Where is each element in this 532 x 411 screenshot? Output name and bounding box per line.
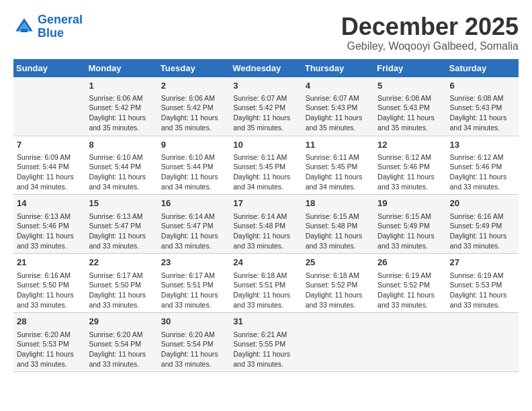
day-number: 12 xyxy=(378,139,443,151)
day-number: 27 xyxy=(450,257,515,269)
week-row-3: 14Sunrise: 6:13 AM Sunset: 5:46 PM Dayli… xyxy=(13,195,519,254)
day-number: 1 xyxy=(89,80,154,92)
day-number: 3 xyxy=(233,80,298,92)
day-number: 4 xyxy=(306,80,371,92)
calendar-cell: 5Sunrise: 6:08 AM Sunset: 5:43 PM Daylig… xyxy=(374,77,446,136)
day-info: Sunrise: 6:18 AM Sunset: 5:52 PM Dayligh… xyxy=(306,271,371,310)
day-info: Sunrise: 6:20 AM Sunset: 5:54 PM Dayligh… xyxy=(89,330,154,369)
calendar-table: SundayMondayTuesdayWednesdayThursdayFrid… xyxy=(13,59,519,373)
weekday-header-sunday: Sunday xyxy=(13,59,85,77)
weekday-header-thursday: Thursday xyxy=(302,59,374,77)
day-info: Sunrise: 6:17 AM Sunset: 5:50 PM Dayligh… xyxy=(89,271,154,310)
calendar-cell: 1Sunrise: 6:06 AM Sunset: 5:42 PM Daylig… xyxy=(85,77,157,136)
logo-line1: General xyxy=(38,13,83,26)
calendar-cell: 12Sunrise: 6:12 AM Sunset: 5:46 PM Dayli… xyxy=(374,136,446,195)
day-info: Sunrise: 6:08 AM Sunset: 5:43 PM Dayligh… xyxy=(450,93,515,133)
day-number: 17 xyxy=(233,197,298,210)
day-info: Sunrise: 6:18 AM Sunset: 5:51 PM Dayligh… xyxy=(233,271,298,310)
week-row-1: 1Sunrise: 6:06 AM Sunset: 5:42 PM Daylig… xyxy=(13,77,519,136)
day-info: Sunrise: 6:12 AM Sunset: 5:46 PM Dayligh… xyxy=(450,152,515,192)
day-info: Sunrise: 6:10 AM Sunset: 5:44 PM Dayligh… xyxy=(89,152,154,192)
day-number: 9 xyxy=(161,139,226,151)
day-info: Sunrise: 6:19 AM Sunset: 5:53 PM Dayligh… xyxy=(450,271,515,310)
day-info: Sunrise: 6:16 AM Sunset: 5:50 PM Dayligh… xyxy=(17,271,82,310)
calendar-cell: 18Sunrise: 6:15 AM Sunset: 5:48 PM Dayli… xyxy=(302,195,374,254)
day-number: 7 xyxy=(17,139,82,151)
day-info: Sunrise: 6:19 AM Sunset: 5:52 PM Dayligh… xyxy=(378,271,443,310)
day-number: 24 xyxy=(233,257,298,269)
day-info: Sunrise: 6:15 AM Sunset: 5:49 PM Dayligh… xyxy=(378,212,443,251)
calendar-cell: 30Sunrise: 6:20 AM Sunset: 5:54 PM Dayli… xyxy=(158,313,230,372)
logo: General Blue xyxy=(13,13,83,40)
day-number: 10 xyxy=(233,139,298,151)
calendar-cell: 10Sunrise: 6:11 AM Sunset: 5:45 PM Dayli… xyxy=(230,136,302,195)
calendar-cell: 27Sunrise: 6:19 AM Sunset: 5:53 PM Dayli… xyxy=(447,254,519,313)
day-info: Sunrise: 6:06 AM Sunset: 5:42 PM Dayligh… xyxy=(89,93,154,133)
calendar-cell: 15Sunrise: 6:13 AM Sunset: 5:47 PM Dayli… xyxy=(85,195,157,254)
calendar-cell: 8Sunrise: 6:10 AM Sunset: 5:44 PM Daylig… xyxy=(85,136,157,195)
day-number: 15 xyxy=(89,197,154,210)
weekday-header-wednesday: Wednesday xyxy=(230,59,302,77)
day-info: Sunrise: 6:13 AM Sunset: 5:46 PM Dayligh… xyxy=(17,212,82,251)
day-info: Sunrise: 6:06 AM Sunset: 5:42 PM Dayligh… xyxy=(161,93,226,133)
day-number: 26 xyxy=(378,257,443,269)
weekday-header-row: SundayMondayTuesdayWednesdayThursdayFrid… xyxy=(13,59,519,77)
calendar-cell xyxy=(374,313,446,372)
calendar-cell: 25Sunrise: 6:18 AM Sunset: 5:52 PM Dayli… xyxy=(302,254,374,313)
day-info: Sunrise: 6:14 AM Sunset: 5:48 PM Dayligh… xyxy=(233,212,298,251)
calendar-cell: 20Sunrise: 6:16 AM Sunset: 5:49 PM Dayli… xyxy=(447,195,519,254)
calendar-cell: 29Sunrise: 6:20 AM Sunset: 5:54 PM Dayli… xyxy=(85,313,157,372)
day-number: 20 xyxy=(450,197,515,210)
day-info: Sunrise: 6:13 AM Sunset: 5:47 PM Dayligh… xyxy=(89,212,154,251)
calendar-cell xyxy=(447,313,519,372)
day-info: Sunrise: 6:08 AM Sunset: 5:43 PM Dayligh… xyxy=(378,93,443,133)
day-number: 22 xyxy=(89,257,154,269)
day-info: Sunrise: 6:09 AM Sunset: 5:44 PM Dayligh… xyxy=(17,152,82,192)
weekday-header-saturday: Saturday xyxy=(447,59,519,77)
day-number: 29 xyxy=(89,316,154,328)
calendar-cell xyxy=(13,77,85,136)
calendar-cell: 2Sunrise: 6:06 AM Sunset: 5:42 PM Daylig… xyxy=(158,77,230,136)
day-number: 21 xyxy=(17,257,82,269)
day-number: 2 xyxy=(161,80,226,92)
day-number: 5 xyxy=(378,80,443,92)
day-info: Sunrise: 6:11 AM Sunset: 5:45 PM Dayligh… xyxy=(306,152,371,192)
calendar-cell: 23Sunrise: 6:17 AM Sunset: 5:51 PM Dayli… xyxy=(158,254,230,313)
day-number: 25 xyxy=(306,257,371,269)
day-number: 11 xyxy=(306,139,371,151)
day-number: 16 xyxy=(161,197,226,210)
calendar-cell: 9Sunrise: 6:10 AM Sunset: 5:44 PM Daylig… xyxy=(158,136,230,195)
calendar-cell: 11Sunrise: 6:11 AM Sunset: 5:45 PM Dayli… xyxy=(302,136,374,195)
day-number: 18 xyxy=(306,197,371,210)
weekday-header-friday: Friday xyxy=(374,59,446,77)
week-row-2: 7Sunrise: 6:09 AM Sunset: 5:44 PM Daylig… xyxy=(13,136,519,195)
day-info: Sunrise: 6:17 AM Sunset: 5:51 PM Dayligh… xyxy=(161,271,226,310)
calendar-cell: 4Sunrise: 6:07 AM Sunset: 5:43 PM Daylig… xyxy=(302,77,374,136)
day-number: 14 xyxy=(17,197,82,210)
day-number: 28 xyxy=(17,316,82,328)
day-number: 30 xyxy=(161,316,226,328)
day-info: Sunrise: 6:07 AM Sunset: 5:43 PM Dayligh… xyxy=(306,93,371,133)
day-info: Sunrise: 6:07 AM Sunset: 5:42 PM Dayligh… xyxy=(233,93,298,133)
calendar-cell: 26Sunrise: 6:19 AM Sunset: 5:52 PM Dayli… xyxy=(374,254,446,313)
day-info: Sunrise: 6:15 AM Sunset: 5:48 PM Dayligh… xyxy=(306,212,371,251)
calendar-cell: 16Sunrise: 6:14 AM Sunset: 5:47 PM Dayli… xyxy=(158,195,230,254)
day-info: Sunrise: 6:12 AM Sunset: 5:46 PM Dayligh… xyxy=(378,152,443,192)
calendar-cell: 19Sunrise: 6:15 AM Sunset: 5:49 PM Dayli… xyxy=(374,195,446,254)
day-info: Sunrise: 6:20 AM Sunset: 5:54 PM Dayligh… xyxy=(161,330,226,369)
calendar-cell: 7Sunrise: 6:09 AM Sunset: 5:44 PM Daylig… xyxy=(13,136,85,195)
day-number: 31 xyxy=(233,316,298,328)
calendar-cell: 3Sunrise: 6:07 AM Sunset: 5:42 PM Daylig… xyxy=(230,77,302,136)
day-info: Sunrise: 6:21 AM Sunset: 5:55 PM Dayligh… xyxy=(233,330,298,369)
title-block: December 2025 Gebiley, Woqooyi Galbeed, … xyxy=(341,13,519,52)
day-info: Sunrise: 6:10 AM Sunset: 5:44 PM Dayligh… xyxy=(161,152,226,192)
calendar-cell: 13Sunrise: 6:12 AM Sunset: 5:46 PM Dayli… xyxy=(447,136,519,195)
day-info: Sunrise: 6:11 AM Sunset: 5:45 PM Dayligh… xyxy=(233,152,298,192)
calendar-cell: 6Sunrise: 6:08 AM Sunset: 5:43 PM Daylig… xyxy=(447,77,519,136)
day-number: 6 xyxy=(450,80,515,92)
logo-icon xyxy=(13,16,35,38)
day-info: Sunrise: 6:16 AM Sunset: 5:49 PM Dayligh… xyxy=(450,212,515,251)
logo-text: General Blue xyxy=(38,13,83,40)
calendar-cell xyxy=(302,313,374,372)
main-title: December 2025 xyxy=(341,13,519,40)
